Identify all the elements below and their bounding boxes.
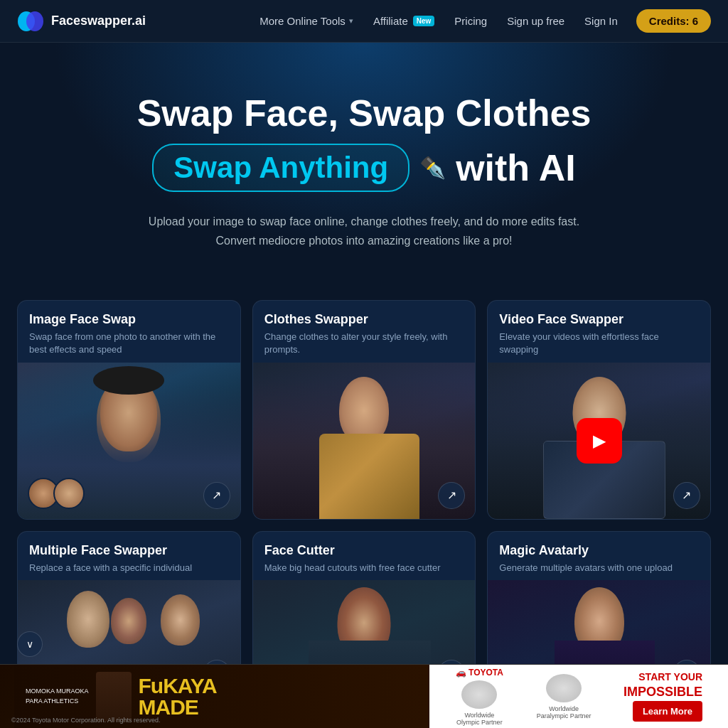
card-title: Clothes Swapper [264, 312, 464, 327]
ad-impossible-text: IMPOSSIBLE [623, 685, 702, 698]
new-badge: New [413, 16, 435, 26]
hero-section: Swap Face, Swap Clothes Swap Anything ✒️… [0, 43, 728, 286]
brand-name: Faceswapper.ai [51, 14, 146, 28]
ad-paralympic-text: WorldwideParalympic Partner [537, 705, 592, 719]
card-header: Video Face Swapper Elevate your videos w… [488, 301, 710, 362]
card-desc: Make big head cutouts with free face cut… [264, 562, 464, 574]
ad-olympic-text: WorldwideOlympic Partner [456, 712, 503, 726]
card-header: Magic Avatarly Generate multiple avatars… [488, 532, 710, 580]
chevron-down-icon: ∨ [26, 638, 33, 650]
card-desc: Elevate your videos with effortless face… [499, 331, 699, 356]
card-video-face-swapper[interactable]: Video Face Swapper Elevate your videos w… [487, 300, 711, 519]
card-title: Multiple Face Swapper [29, 543, 229, 558]
card-header: Face Cutter Make big head cutouts with f… [253, 532, 476, 580]
card-title: Magic Avatarly [499, 543, 699, 558]
nav-signin[interactable]: Sign In [577, 11, 625, 31]
card-image-face-swap[interactable]: Image Face Swap Swap face from one photo… [17, 300, 241, 519]
card-desc: Replace a face with a specific individua… [29, 562, 229, 574]
card-title: Face Cutter [264, 543, 464, 558]
card-header: Image Face Swap Swap face from one photo… [18, 301, 240, 362]
hero-desc-line2: Convert mediocre photos into amazing cre… [136, 231, 592, 250]
ad-toyota-logo: 🚗 TOYOTA [456, 668, 503, 678]
logo-icon [17, 8, 44, 35]
svg-point-1 [26, 11, 43, 31]
nav-signup[interactable]: Sign up free [500, 11, 572, 31]
navbar: Faceswapper.ai More Online Tools ▾ Affil… [0, 0, 728, 43]
video-play-button[interactable]: ▶ [577, 418, 622, 464]
card-arrow-icon[interactable]: ↗ [673, 482, 700, 509]
swap-icon: ✒️ [419, 155, 446, 180]
hero-title: Swap Face, Swap Clothes [14, 92, 714, 135]
hero-subtitle-line: Swap Anything ✒️ with AI [14, 144, 714, 192]
ad-athlete-name: MOMOKA MURAOKAPARA ATHLETICS [26, 687, 89, 706]
card-header: Multiple Face Swapper Replace a face wit… [18, 532, 240, 580]
logo-link[interactable]: Faceswapper.ai [17, 8, 146, 35]
card-arrow-icon[interactable]: ↗ [438, 482, 465, 509]
ad-learn-more-button[interactable]: Learn More [633, 701, 702, 722]
card-desc: Generate multiple avatars with one uploa… [499, 562, 699, 574]
nav-more-tools[interactable]: More Online Tools ▾ [252, 11, 360, 31]
card-header: Clothes Swapper Change clothes to alter … [253, 301, 476, 362]
card-title: Video Face Swapper [499, 312, 699, 327]
scroll-down-button[interactable]: ∨ [17, 631, 43, 657]
nav-pricing[interactable]: Pricing [447, 11, 494, 31]
ad-copyright: ©2024 Toyota Motor Corporation. All righ… [11, 717, 161, 724]
card-clothes-swapper[interactable]: Clothes Swapper Change clothes to alter … [252, 300, 476, 519]
card-desc: Change clothes to alter your style freel… [264, 331, 464, 356]
card-title: Image Face Swap [29, 312, 229, 327]
card-desc: Swap face from one photo to another with… [29, 331, 229, 356]
hero-desc-line1: Upload your image to swap face online, c… [136, 212, 592, 231]
chevron-down-icon: ▾ [349, 16, 353, 26]
credits-button[interactable]: Credits: 6 [636, 9, 711, 33]
nav-affiliate[interactable]: Affiliate New [366, 11, 441, 31]
card-arrow-icon[interactable]: ↗ [203, 482, 230, 509]
hero-badge: Swap Anything [152, 144, 410, 192]
ad-banner: MOMOKA MURAOKAPARA ATHLETICS FuKAYA MADE… [0, 664, 728, 728]
ad-fukaya-text: FuKAYA [139, 675, 217, 697]
cards-grid: Image Face Swap Swap face from one photo… [0, 286, 728, 709]
nav-links: More Online Tools ▾ Affiliate New Pricin… [252, 11, 625, 31]
ad-start-text: START YOUR [638, 671, 702, 682]
hero-with-ai: with AI [456, 146, 576, 189]
